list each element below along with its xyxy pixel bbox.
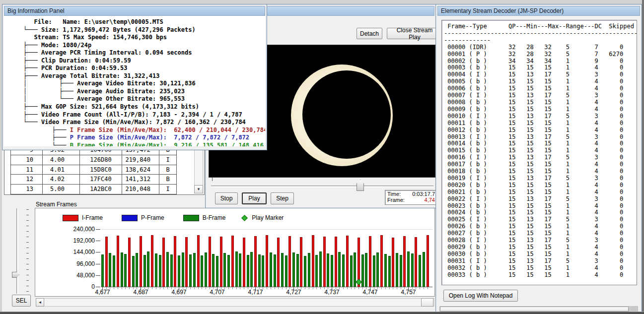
i-frame-bar bbox=[323, 237, 326, 287]
time-frame-box: Time: 0:03:17.7 Frame: 4,74 bbox=[385, 190, 437, 205]
b-frame-bar bbox=[121, 252, 123, 287]
b-frame-bar bbox=[155, 253, 157, 287]
step-button[interactable]: Step bbox=[271, 192, 294, 204]
window-edge-bottom bbox=[0, 312, 644, 314]
chart-h-scrollbar-thumb[interactable] bbox=[421, 298, 433, 307]
zoom-slider-track[interactable] bbox=[16, 208, 18, 294]
table-cell: I bbox=[159, 185, 177, 194]
b-frame-bar bbox=[319, 251, 322, 287]
scroll-left-button[interactable]: ◄ bbox=[36, 298, 44, 307]
i-frame-bar bbox=[266, 235, 268, 287]
esd-log-text: Frame--Type QP---Min---Max--Range---DC S… bbox=[442, 20, 637, 279]
b-frame-bar bbox=[281, 253, 284, 287]
b-frame-bar bbox=[159, 255, 161, 287]
app-window: 93.02104700137,472B104.00126D80219,840I1… bbox=[0, 0, 644, 314]
table-cell: 4.01 bbox=[43, 165, 80, 175]
y-axis-tick-label: 240,000 bbox=[64, 226, 95, 233]
time-value: 0:03:17.7 bbox=[412, 191, 435, 197]
i-frame-bar bbox=[380, 235, 383, 287]
seek-slider-thumb[interactable] bbox=[357, 180, 364, 191]
b-frame-bar bbox=[136, 253, 138, 287]
seek-slider-track[interactable] bbox=[211, 186, 433, 188]
esd-log-box[interactable]: Frame--Type QP---Min---Max--Range---DC S… bbox=[441, 20, 637, 285]
b-frame-bar bbox=[270, 252, 272, 287]
table-cell: 219,840 bbox=[122, 155, 159, 165]
y-axis-tick-label: 96,000 bbox=[64, 260, 95, 267]
i-frame-bar bbox=[209, 237, 211, 287]
i-frame-bar bbox=[128, 238, 131, 287]
b-frame-bar bbox=[396, 253, 398, 287]
b-frame-bar bbox=[216, 256, 218, 287]
i-frame-bar bbox=[243, 238, 245, 287]
zoom-slider-ticks bbox=[26, 207, 30, 296]
scroll-down-button[interactable]: ▼ bbox=[194, 185, 203, 193]
open-log-button[interactable]: Open Log With Notepad bbox=[443, 290, 518, 302]
sel-button[interactable]: SEL bbox=[12, 295, 31, 307]
frame-list-window: 93.02104700137,472B104.00126D80219,840I1… bbox=[4, 146, 205, 195]
b-frame-bar bbox=[147, 251, 149, 287]
table-cell: 17FC40 bbox=[80, 175, 122, 185]
b-frame-bar bbox=[193, 253, 196, 287]
i-frame-bar bbox=[151, 235, 153, 287]
table-cell: 210,048 bbox=[122, 185, 159, 194]
table-cell: I bbox=[159, 155, 177, 165]
b-frame-bar bbox=[223, 253, 226, 287]
zoom-slider[interactable] bbox=[10, 207, 33, 296]
i-frame-bar bbox=[105, 237, 108, 287]
frame-value: 4,74 bbox=[425, 197, 435, 203]
b-frame-bar bbox=[296, 254, 299, 287]
b-frame-bar bbox=[308, 253, 310, 287]
y-axis-tick-label: 0 bbox=[64, 283, 95, 290]
table-cell: 4.00 bbox=[43, 155, 80, 165]
window-edge-right bbox=[642, 0, 644, 314]
b-frame-bar bbox=[132, 256, 135, 287]
i-frame-bar bbox=[312, 235, 314, 287]
detach-button[interactable]: Detach bbox=[357, 28, 382, 39]
table-row[interactable]: 104.00126D80219,840I bbox=[10, 155, 177, 165]
table-cell: 11 bbox=[10, 165, 43, 175]
b-frame-bar bbox=[124, 254, 127, 287]
b-frame-bar bbox=[239, 253, 241, 287]
window-edge-left bbox=[0, 0, 2, 314]
play-button[interactable]: Play bbox=[242, 192, 267, 204]
b-frame-bar bbox=[227, 255, 230, 287]
x-axis-tick-label: 4,747 bbox=[359, 289, 381, 296]
esd-h-scrollbar-thumb[interactable] bbox=[440, 307, 629, 312]
esd-titlebar[interactable]: Elementary Stream Decoder (JM-SP Decoder… bbox=[437, 6, 640, 16]
table-cell: B bbox=[159, 165, 177, 175]
i-frame-bar bbox=[335, 237, 337, 287]
b-frame-bar bbox=[411, 253, 414, 287]
table-row[interactable]: 135.001A2BC0210,048I bbox=[10, 185, 177, 194]
plot-area: 240,000192,000144,00096,00048,00004,6774… bbox=[35, 208, 434, 296]
table-row[interactable]: 114.0115D8C0138,624B bbox=[10, 165, 177, 175]
big-information-panel-window: Big Information Panel File: Name: E:\use… bbox=[2, 4, 267, 150]
close-stream-play-button[interactable]: Close Stream Play bbox=[387, 28, 442, 39]
b-frame-bar bbox=[376, 252, 379, 287]
table-row[interactable]: 124.0217FC40141,312B bbox=[10, 175, 177, 185]
esd-title: Elementary Stream Decoder (JM-SP Decoder… bbox=[441, 7, 564, 14]
i-frame-bar bbox=[117, 236, 119, 287]
i-frame-bar bbox=[220, 237, 222, 287]
table-cell: 12 bbox=[10, 175, 43, 185]
stream-frames-label: Stream Frames bbox=[36, 201, 77, 208]
b-frame-bar bbox=[274, 254, 276, 287]
b-frame-bar bbox=[205, 252, 207, 287]
i-frame-bar bbox=[277, 238, 280, 287]
x-axis-tick-label: 4,707 bbox=[207, 289, 228, 296]
esd-window: Elementary Stream Decoder (JM-SP Decoder… bbox=[435, 4, 642, 313]
x-axis-tick-label: 4,697 bbox=[168, 289, 190, 296]
big-information-panel-titlebar[interactable]: Big Information Panel bbox=[4, 6, 265, 16]
i-frame-bar bbox=[231, 236, 234, 287]
stop-button[interactable]: Stop bbox=[215, 192, 238, 204]
b-frame-bar bbox=[113, 255, 115, 287]
table-cell: 4.02 bbox=[43, 175, 80, 185]
b-frame-bar bbox=[365, 253, 367, 287]
b-frame-bar bbox=[170, 254, 173, 287]
x-axis-tick-label: 4,677 bbox=[92, 289, 114, 296]
b-frame-bar bbox=[212, 254, 215, 287]
y-axis-tick-label: 192,000 bbox=[64, 237, 95, 244]
time-label: Time: bbox=[387, 191, 401, 197]
chart-h-scrollbar[interactable] bbox=[36, 298, 434, 307]
i-frame-bar bbox=[174, 236, 176, 287]
b-frame-bar bbox=[338, 252, 341, 287]
